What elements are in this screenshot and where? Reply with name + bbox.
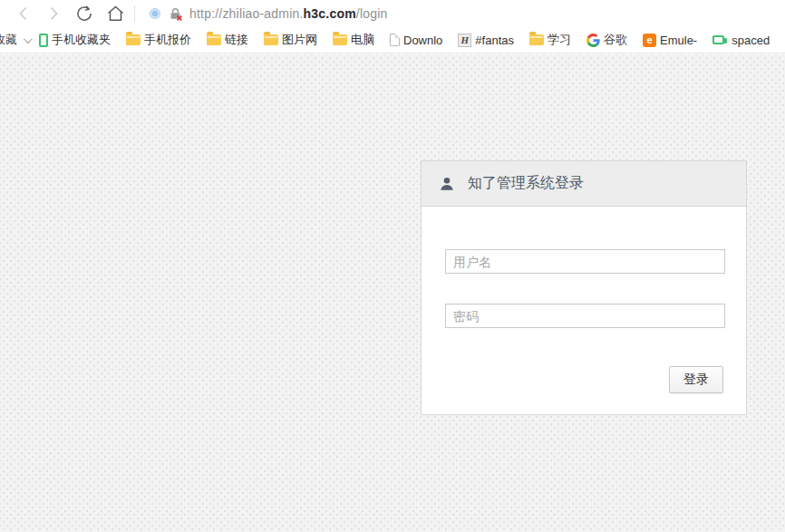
bookmark-item-download[interactable]: Downlo xyxy=(390,34,442,47)
insecure-lock-icon[interactable] xyxy=(169,7,183,21)
url-path: /login xyxy=(356,6,388,21)
reload-button[interactable] xyxy=(69,2,100,25)
page-icon xyxy=(390,34,400,46)
orange-e-icon: e xyxy=(643,34,656,47)
login-form: 登录 xyxy=(422,207,746,414)
bookmarks-bar: 收藏 手机收藏夹 手机报价 链接 图片网 电脑 Downlo H #fantas… xyxy=(0,27,785,53)
bookmark-label: 链接 xyxy=(225,32,248,48)
password-input[interactable] xyxy=(445,304,725,328)
bookmark-item-phone-favorites[interactable]: 手机收藏夹 xyxy=(39,32,111,48)
reload-icon xyxy=(75,5,93,23)
chevron-down-icon xyxy=(24,34,33,44)
bookmark-item-google[interactable]: 谷歌 xyxy=(586,32,627,48)
url-domain: h3c.com xyxy=(304,6,356,21)
bookmark-item-emule[interactable]: e Emule- xyxy=(643,34,697,47)
bookmark-label: 电脑 xyxy=(351,32,374,48)
login-panel-title: 知了管理系统登录 xyxy=(468,174,584,193)
bookmark-item-phone-quotes[interactable]: 手机报价 xyxy=(126,32,191,48)
bookmark-item-computer[interactable]: 电脑 xyxy=(333,32,374,48)
login-panel: 知了管理系统登录 登录 xyxy=(421,160,747,415)
folder-icon xyxy=(333,34,347,45)
bookmark-label: Downlo xyxy=(403,34,442,47)
bookmark-item-spaced[interactable]: spaced xyxy=(712,34,770,47)
bookmark-item-links[interactable]: 链接 xyxy=(207,32,248,48)
bookmark-label: Emule- xyxy=(660,34,697,47)
site-indicator-blue-dot-icon[interactable] xyxy=(150,8,160,19)
bookmark-item-study[interactable]: 学习 xyxy=(529,32,571,48)
bookmark-label: 学习 xyxy=(548,32,571,48)
chevron-right-icon xyxy=(47,5,61,22)
login-panel-header: 知了管理系统登录 xyxy=(422,161,746,207)
address-bar-url[interactable]: http://zhiliao-admin.h3c.com/login xyxy=(189,6,387,21)
bookmark-item-pictures[interactable]: 图片网 xyxy=(264,32,317,48)
person-icon xyxy=(439,176,455,192)
phone-icon xyxy=(39,34,48,47)
home-button[interactable] xyxy=(100,2,131,25)
folder-icon xyxy=(264,34,278,45)
forward-button[interactable] xyxy=(38,2,69,25)
home-icon xyxy=(106,5,125,23)
green-monitor-icon xyxy=(712,35,724,44)
back-button[interactable] xyxy=(7,2,38,25)
page-content: 知了管理系统登录 登录 xyxy=(0,54,785,532)
bookmark-label: 图片网 xyxy=(282,32,317,48)
toolbar-separator xyxy=(134,5,135,22)
url-prefix: http://zhiliao-admin. xyxy=(189,6,304,21)
chevron-left-icon xyxy=(16,5,30,22)
bookmark-label: 手机报价 xyxy=(144,32,191,48)
bookmark-label: 谷歌 xyxy=(604,32,627,48)
folder-icon xyxy=(207,34,221,45)
h-letter-icon: H xyxy=(458,34,471,47)
bookmark-label: spaced xyxy=(732,34,770,47)
bookmark-label: 手机收藏夹 xyxy=(52,32,111,48)
username-input[interactable] xyxy=(445,249,725,274)
folder-icon xyxy=(126,34,141,45)
favorites-menu[interactable]: 收藏 xyxy=(0,32,39,48)
bookmark-item-fantas[interactable]: H #fantas xyxy=(458,34,514,47)
folder-icon xyxy=(529,34,544,45)
google-g-icon xyxy=(586,34,600,47)
login-button[interactable]: 登录 xyxy=(669,366,723,393)
browser-toolbar: http://zhiliao-admin.h3c.com/login xyxy=(0,0,785,27)
bookmark-label: #fantas xyxy=(475,34,514,47)
favorites-label: 收藏 xyxy=(0,32,17,48)
